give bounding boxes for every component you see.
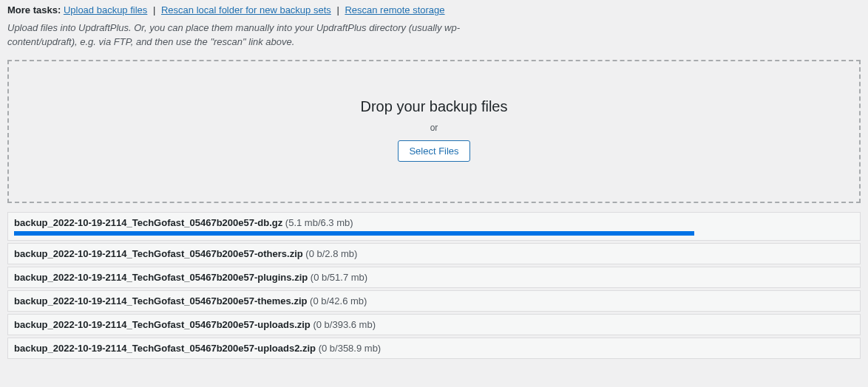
progress-bar (14, 231, 854, 236)
upload-list: backup_2022-10-19-2114_TechGofast_05467b… (7, 212, 861, 359)
upload-filename: backup_2022-10-19-2114_TechGofast_05467b… (14, 295, 307, 306)
upload-row: backup_2022-10-19-2114_TechGofast_05467b… (7, 314, 861, 335)
help-text: Upload files into UpdraftPlus. Or, you c… (7, 21, 481, 49)
upload-size: (0 b/2.8 mb) (303, 248, 358, 259)
progress-fill (14, 231, 694, 236)
upload-text: backup_2022-10-19-2114_TechGofast_05467b… (14, 319, 854, 330)
upload-size: (0 b/358.9 mb) (316, 343, 381, 354)
upload-row: backup_2022-10-19-2114_TechGofast_05467b… (7, 243, 861, 264)
upload-size: (5.1 mb/6.3 mb) (282, 217, 353, 228)
upload-row: backup_2022-10-19-2114_TechGofast_05467b… (7, 290, 861, 312)
link-rescan-remote[interactable]: Rescan remote storage (345, 4, 444, 16)
link-rescan-local[interactable]: Rescan local folder for new backup sets (161, 4, 331, 16)
upload-size: (0 b/51.7 mb) (308, 272, 367, 283)
upload-filename: backup_2022-10-19-2114_TechGofast_05467b… (14, 217, 282, 228)
link-upload-backup-files[interactable]: Upload backup files (64, 4, 147, 16)
dropzone[interactable]: Drop your backup files or Select Files (7, 60, 861, 203)
separator: | (336, 4, 339, 16)
upload-row: backup_2022-10-19-2114_TechGofast_05467b… (7, 212, 861, 241)
more-tasks-bar: More tasks: Upload backup files | Rescan… (7, 4, 861, 16)
upload-text: backup_2022-10-19-2114_TechGofast_05467b… (14, 217, 854, 228)
upload-filename: backup_2022-10-19-2114_TechGofast_05467b… (14, 248, 303, 259)
dropzone-or: or (24, 123, 844, 133)
dropzone-title: Drop your backup files (24, 98, 844, 115)
upload-filename: backup_2022-10-19-2114_TechGofast_05467b… (14, 272, 308, 283)
upload-text: backup_2022-10-19-2114_TechGofast_05467b… (14, 248, 854, 259)
upload-row: backup_2022-10-19-2114_TechGofast_05467b… (7, 267, 861, 288)
upload-filename: backup_2022-10-19-2114_TechGofast_05467b… (14, 343, 316, 354)
select-files-button[interactable]: Select Files (398, 140, 469, 162)
upload-size: (0 b/393.6 mb) (311, 319, 376, 330)
separator: | (153, 4, 155, 16)
more-tasks-label: More tasks: (7, 4, 61, 16)
upload-size: (0 b/42.6 mb) (307, 295, 367, 306)
upload-filename: backup_2022-10-19-2114_TechGofast_05467b… (14, 319, 311, 330)
upload-text: backup_2022-10-19-2114_TechGofast_05467b… (14, 343, 854, 354)
upload-text: backup_2022-10-19-2114_TechGofast_05467b… (14, 295, 854, 306)
upload-text: backup_2022-10-19-2114_TechGofast_05467b… (14, 272, 854, 283)
upload-row: backup_2022-10-19-2114_TechGofast_05467b… (7, 338, 861, 359)
